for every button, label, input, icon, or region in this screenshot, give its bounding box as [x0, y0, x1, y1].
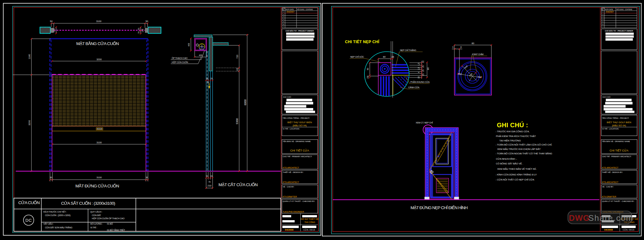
svg-text:1,5: 1,5	[418, 67, 420, 70]
svg-text:20: 20	[422, 69, 424, 72]
svg-text:80: 80	[383, 55, 386, 58]
svg-text:120: 120	[236, 68, 238, 71]
svg-text:400: 400	[199, 54, 203, 56]
svg-text:80: 80	[472, 42, 474, 45]
svg-text:DC: DC	[25, 218, 32, 223]
svg-text:80: 80	[367, 68, 369, 70]
svg-text:720: 720	[236, 55, 239, 59]
svg-text:PHẦN KHUNG CỬA: PHẦN KHUNG CỬA	[410, 80, 430, 83]
svg-text:THI CÔNG: THI CÔNG	[304, 221, 315, 223]
svg-text:CỬA: 09/15: CỬA: 09/15	[303, 228, 315, 231]
svg-text:3: 3	[452, 46, 453, 48]
svg-text:20: 20	[422, 65, 424, 68]
svg-text:QUY CÁCH :: QUY CÁCH :	[90, 210, 103, 213]
svg-text:CỬA CUỐN: CỬA CUỐN	[18, 200, 39, 205]
svg-text:CỬA CUỐN : (3200 x 3200): CỬA CUỐN : (3200 x 3200)	[45, 214, 70, 217]
svg-text:HỘP CỬA CUỐN ỐP THẠCH CAO: HỘP CỬA CUỐN ỐP THẠCH CAO	[92, 217, 125, 220]
svg-text:TLKS-PHD ENGINEER: TLKS-PHD ENGINEER	[283, 211, 304, 213]
svg-text:- CỬA NỘI THẤT CÓ NẸP CHỈ CỬA: - CỬA NỘI THẤT CÓ NẸP CHỈ CỬA	[496, 178, 535, 181]
svg-text:1180: 1180	[28, 54, 31, 59]
svg-text:3: 3	[283, 16, 284, 18]
svg-text:ỒP THẠCH CAO: ỒP THẠCH CAO	[172, 56, 188, 59]
svg-text:50: 50	[146, 176, 148, 179]
svg-text:80: 80	[427, 67, 430, 70]
svg-text:XEM MẪU THEO BẢN VẺ THIẾT KẾ.: XEM MẪU THEO BẢN VẺ THIẾT KẾ.	[497, 167, 537, 170]
svg-text:JOINT CHÌM: JOINT CHÌM	[472, 53, 484, 55]
svg-text:70: 70	[138, 28, 140, 30]
svg-text:KTV-DRAFTER: KTV-DRAFTER	[283, 196, 297, 198]
svg-text:CÓ BÔNG SẮT BẢO VỆ .: CÓ BÔNG SẮT BẢO VỆ .	[496, 162, 523, 165]
svg-text:CỬA NHỰA KÍNH -.: CỬA NHỰA KÍNH -.	[496, 157, 517, 160]
svg-text:15: 15	[367, 76, 369, 79]
svg-text:8: 8	[460, 46, 462, 48]
svg-text:7: 7	[283, 26, 284, 27]
svg-text:XEM MẪU TRƯỚC KHI CHỌN LẮP ĐẮT: XEM MẪU TRƯỚC KHI CHỌN LẮP ĐẮT	[497, 148, 541, 151]
svg-text:CHI TIẾT NẸP CHỈ: CHI TIẾT NẸP CHỈ	[345, 39, 380, 44]
svg-text:CỬA SẮT SƠN MÀU TRẮNG: CỬA SẮT SƠN MÀU TRẮNG	[45, 226, 72, 229]
svg-text:70: 70	[138, 31, 140, 34]
svg-text:VẬT LIỆU :: VẬT LIỆU :	[43, 222, 54, 225]
svg-text:KÍCH THƯỚC CHI TIẾT :: KÍCH THƯỚC CHI TIẾT :	[43, 210, 67, 213]
svg-text:22: 22	[422, 60, 424, 63]
svg-text:23: 23	[422, 73, 424, 76]
svg-text:- TOÀN BỘ CỬA NỘI THẤT LÀM CỬA: - TOÀN BỘ CỬA NỘI THẤT LÀM CỬA GỖ CHÒ CH…	[496, 143, 552, 146]
svg-text:170: 170	[142, 29, 144, 32]
svg-text:01 BỘ: 01 BỘ	[107, 222, 113, 225]
svg-text:THIẾT KẾ - DESIGN BY:: THIẾT KẾ - DESIGN BY:	[283, 171, 304, 173]
svg-text:3100: 3100	[96, 20, 102, 23]
svg-text:70: 70	[210, 77, 213, 80]
svg-text:3200: 3200	[28, 120, 31, 126]
svg-text:MẶT BẰNG CỬA CUỐN: MẶT BẰNG CỬA CUỐN	[76, 41, 119, 46]
svg-text:- TRƯỚC KHI GIA CÔNG CỬA.: - TRƯỚC KHI GIA CÔNG CỬA.	[496, 130, 530, 133]
svg-text:2: 2	[283, 14, 284, 15]
svg-text:400: 400	[188, 43, 190, 46]
svg-text:70: 70	[208, 181, 211, 183]
svg-text:R37: R37	[458, 73, 462, 75]
svg-text:NỘI DUNG - CONTEND: NỘI DUNG - CONTEND	[297, 9, 313, 10]
svg-text:Share.com: Share.com	[588, 213, 634, 223]
svg-text:HỒ SƠ THIẾT KẾ: HỒ SƠ THIẾT KẾ	[301, 217, 319, 220]
svg-text:CHỦ TRÌ - PRIMARY ARCHITECT:: CHỦ TRÌ - PRIMARY ARCHITECT:	[283, 156, 312, 157]
svg-text:5: 5	[283, 21, 284, 23]
svg-text:TẠI HIỆN TRƯỜNG: TẠI HIỆN TRƯỜNG	[499, 139, 521, 142]
svg-text:(MẫU SỐ 04): (MẫU SỐ 04)	[293, 124, 307, 127]
svg-text:HỘP CỬA CUỐN: HỘP CỬA CUỐN	[172, 60, 188, 63]
svg-text:XEM CT. NẸP CHỈ: XEM CT. NẸP CHỈ	[416, 121, 433, 124]
svg-text:3100: 3100	[97, 176, 102, 179]
svg-text:TÊN BẢN VẺ - DRAWING NAME: TÊN BẢN VẺ - DRAWING NAME	[283, 140, 311, 142]
svg-text:VỊ TRÍ :: VỊ TRÍ :	[90, 226, 97, 229]
svg-text:R22: R22	[478, 76, 482, 78]
svg-text:70: 70	[206, 175, 208, 177]
svg-text:VỊ TRÍ - LOCATION:: VỊ TRÍ - LOCATION:	[283, 128, 300, 130]
svg-text:QUẢN LÝ KỶ THUẬT - CHECKED BY:: QUẢN LÝ KỶ THUẬT - CHECKED BY:	[283, 200, 315, 202]
svg-text:210: 210	[208, 184, 212, 187]
svg-text:4: 4	[283, 19, 284, 20]
svg-text:- TOÀN BỘ CỬA NGOẠI THẤT CÓ TH: - TOÀN BỘ CỬA NGOẠI THẤT CÓ THỂ THAY BẰN…	[496, 152, 552, 155]
svg-text:MẰT ĐỨNG CỬA CUỐN: MẰT ĐỨNG CỬA CUỐN	[75, 184, 119, 188]
svg-text:SỐ LƯỢNG :: SỐ LƯỢNG :	[90, 222, 103, 225]
svg-text:15: 15	[391, 55, 394, 58]
svg-text:NẸP CHỈ GỐC: NẸP CHỈ GỐC	[350, 55, 364, 58]
svg-text:KTS-ARCHITECT: KTS-ARCHITECT	[283, 167, 299, 169]
svg-text:CÁNH CỬA: CÁNH CỬA	[408, 86, 419, 89]
svg-text:3200: 3200	[97, 58, 102, 61]
svg-text:MẶT CẮT CỬA CUỐN: MẶT CẮT CỬA CUỐN	[219, 182, 258, 187]
svg-text:6: 6	[283, 24, 284, 25]
svg-text:/04/2007: /04/2007	[286, 11, 295, 13]
svg-text:KTS-ARCHITECT: KTS-ARCHITECT	[283, 181, 299, 183]
svg-text:50: 50	[50, 176, 52, 179]
svg-text:GHI CHÚ:: GHI CHÚ:	[283, 96, 291, 98]
svg-text:CỬA SẮT CUỐN : (3200x3100): CỬA SẮT CUỐN : (3200x3100)	[61, 201, 115, 206]
svg-text:VẺ - CAD BY:: VẺ - CAD BY:	[283, 186, 294, 188]
svg-text:DWG: DWG	[569, 213, 590, 223]
svg-text:BIỆT THỰ GOLF BIỂN: BIỆT THỰ GOLF BIỂN	[287, 121, 312, 124]
svg-text:PHẢI KIỂM TRA KÍCH THƯỚC THẬT: PHẢI KIỂM TRA KÍCH THƯỚC THẬT	[496, 135, 536, 138]
svg-text:1: 1	[283, 11, 284, 13]
svg-text:50: 50	[146, 20, 148, 23]
svg-text:GHI CHÚ :: GHI CHÚ :	[497, 121, 528, 129]
svg-text:CHI TIẾT CỬA: CHI TIẾT CỬA	[290, 149, 309, 152]
svg-text:CHỦ ĐẦU TƯ - PROJECT OWNER: CHỦ ĐẦU TƯ - PROJECT OWNER	[286, 30, 314, 32]
svg-text:6000: 6000	[244, 99, 247, 105]
svg-text:04/2008: 04/2008	[285, 228, 293, 231]
svg-text:50: 50	[50, 20, 53, 23]
